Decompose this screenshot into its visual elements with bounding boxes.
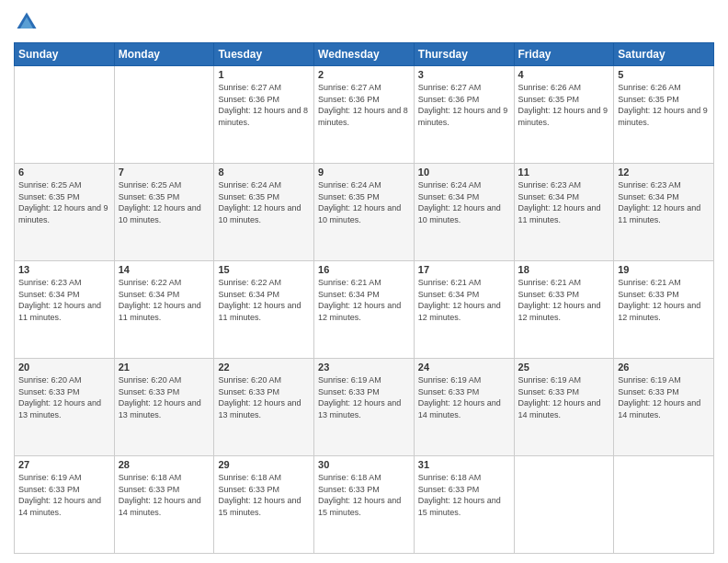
calendar-cell: 5Sunrise: 6:26 AM Sunset: 6:35 PM Daylig… (614, 66, 714, 164)
calendar-cell: 1Sunrise: 6:27 AM Sunset: 6:36 PM Daylig… (214, 66, 314, 164)
calendar-cell: 26Sunrise: 6:19 AM Sunset: 6:33 PM Dayli… (614, 359, 714, 456)
weekday-header: Monday (114, 43, 214, 66)
day-number: 17 (418, 264, 510, 275)
day-info: Sunrise: 6:18 AM Sunset: 6:33 PM Dayligh… (218, 472, 310, 518)
calendar-cell: 17Sunrise: 6:21 AM Sunset: 6:34 PM Dayli… (414, 261, 514, 359)
weekday-header: Sunday (15, 43, 115, 66)
day-number: 23 (318, 362, 410, 373)
day-number: 2 (318, 69, 410, 80)
day-number: 19 (618, 264, 710, 275)
day-number: 8 (218, 167, 310, 178)
calendar-week: 27Sunrise: 6:19 AM Sunset: 6:33 PM Dayli… (15, 456, 714, 554)
day-info: Sunrise: 6:27 AM Sunset: 6:36 PM Dayligh… (218, 82, 310, 128)
calendar-cell: 8Sunrise: 6:24 AM Sunset: 6:35 PM Daylig… (214, 164, 314, 261)
calendar-cell (514, 456, 614, 554)
day-info: Sunrise: 6:24 AM Sunset: 6:35 PM Dayligh… (318, 179, 410, 225)
calendar-cell (614, 456, 714, 554)
day-number: 14 (119, 264, 210, 275)
day-number: 18 (518, 264, 610, 275)
day-number: 11 (518, 167, 610, 178)
day-number: 4 (518, 69, 610, 80)
day-info: Sunrise: 6:19 AM Sunset: 6:33 PM Dayligh… (518, 374, 610, 420)
day-info: Sunrise: 6:21 AM Sunset: 6:33 PM Dayligh… (518, 277, 610, 323)
page: SundayMondayTuesdayWednesdayThursdayFrid… (0, 0, 728, 563)
day-info: Sunrise: 6:19 AM Sunset: 6:33 PM Dayligh… (618, 374, 710, 420)
day-number: 9 (318, 167, 410, 178)
day-info: Sunrise: 6:23 AM Sunset: 6:34 PM Dayligh… (518, 179, 610, 225)
day-number: 7 (119, 167, 210, 178)
calendar-cell: 16Sunrise: 6:21 AM Sunset: 6:34 PM Dayli… (314, 261, 415, 359)
day-info: Sunrise: 6:24 AM Sunset: 6:35 PM Dayligh… (218, 179, 310, 225)
header (14, 9, 714, 35)
day-info: Sunrise: 6:23 AM Sunset: 6:34 PM Dayligh… (18, 277, 110, 323)
day-info: Sunrise: 6:19 AM Sunset: 6:33 PM Dayligh… (318, 374, 410, 420)
day-number: 27 (18, 459, 110, 470)
calendar-cell: 23Sunrise: 6:19 AM Sunset: 6:33 PM Dayli… (314, 359, 415, 456)
calendar-cell: 31Sunrise: 6:18 AM Sunset: 6:33 PM Dayli… (414, 456, 514, 554)
day-info: Sunrise: 6:20 AM Sunset: 6:33 PM Dayligh… (18, 374, 110, 420)
day-info: Sunrise: 6:18 AM Sunset: 6:33 PM Dayligh… (119, 472, 210, 518)
calendar-header: SundayMondayTuesdayWednesdayThursdayFrid… (15, 43, 714, 66)
day-info: Sunrise: 6:20 AM Sunset: 6:33 PM Dayligh… (119, 374, 210, 420)
calendar-cell: 20Sunrise: 6:20 AM Sunset: 6:33 PM Dayli… (15, 359, 115, 456)
calendar-week: 20Sunrise: 6:20 AM Sunset: 6:33 PM Dayli… (15, 359, 714, 456)
calendar-cell: 30Sunrise: 6:18 AM Sunset: 6:33 PM Dayli… (314, 456, 415, 554)
day-info: Sunrise: 6:27 AM Sunset: 6:36 PM Dayligh… (318, 82, 410, 128)
calendar-cell: 14Sunrise: 6:22 AM Sunset: 6:34 PM Dayli… (114, 261, 214, 359)
weekday-header: Friday (514, 43, 614, 66)
calendar-cell: 9Sunrise: 6:24 AM Sunset: 6:35 PM Daylig… (314, 164, 415, 261)
day-info: Sunrise: 6:23 AM Sunset: 6:34 PM Dayligh… (618, 179, 710, 225)
day-info: Sunrise: 6:21 AM Sunset: 6:34 PM Dayligh… (418, 277, 510, 323)
day-info: Sunrise: 6:19 AM Sunset: 6:33 PM Dayligh… (18, 472, 110, 518)
logo (14, 9, 41, 35)
day-info: Sunrise: 6:26 AM Sunset: 6:35 PM Dayligh… (518, 82, 610, 128)
day-number: 6 (18, 167, 110, 178)
weekday-row: SundayMondayTuesdayWednesdayThursdayFrid… (15, 43, 714, 66)
day-number: 25 (518, 362, 610, 373)
weekday-header: Wednesday (314, 43, 415, 66)
day-info: Sunrise: 6:22 AM Sunset: 6:34 PM Dayligh… (119, 277, 210, 323)
day-number: 13 (18, 264, 110, 275)
day-info: Sunrise: 6:22 AM Sunset: 6:34 PM Dayligh… (218, 277, 310, 323)
day-number: 21 (119, 362, 210, 373)
calendar-cell: 13Sunrise: 6:23 AM Sunset: 6:34 PM Dayli… (15, 261, 115, 359)
day-number: 3 (418, 69, 510, 80)
day-number: 5 (618, 69, 710, 80)
day-info: Sunrise: 6:21 AM Sunset: 6:34 PM Dayligh… (318, 277, 410, 323)
day-number: 15 (218, 264, 310, 275)
day-number: 24 (418, 362, 510, 373)
day-number: 1 (218, 69, 310, 80)
calendar-cell: 29Sunrise: 6:18 AM Sunset: 6:33 PM Dayli… (214, 456, 314, 554)
calendar-week: 13Sunrise: 6:23 AM Sunset: 6:34 PM Dayli… (15, 261, 714, 359)
calendar-cell: 11Sunrise: 6:23 AM Sunset: 6:34 PM Dayli… (514, 164, 614, 261)
day-info: Sunrise: 6:21 AM Sunset: 6:33 PM Dayligh… (618, 277, 710, 323)
calendar-cell: 7Sunrise: 6:25 AM Sunset: 6:35 PM Daylig… (114, 164, 214, 261)
calendar-cell: 15Sunrise: 6:22 AM Sunset: 6:34 PM Dayli… (214, 261, 314, 359)
logo-icon (14, 9, 40, 35)
weekday-header: Tuesday (214, 43, 314, 66)
day-number: 26 (618, 362, 710, 373)
calendar-cell: 6Sunrise: 6:25 AM Sunset: 6:35 PM Daylig… (15, 164, 115, 261)
day-number: 30 (318, 459, 410, 470)
calendar-cell (15, 66, 115, 164)
calendar-cell: 18Sunrise: 6:21 AM Sunset: 6:33 PM Dayli… (514, 261, 614, 359)
calendar-cell: 19Sunrise: 6:21 AM Sunset: 6:33 PM Dayli… (614, 261, 714, 359)
day-number: 20 (18, 362, 110, 373)
day-number: 12 (618, 167, 710, 178)
calendar-cell: 12Sunrise: 6:23 AM Sunset: 6:34 PM Dayli… (614, 164, 714, 261)
calendar-cell: 2Sunrise: 6:27 AM Sunset: 6:36 PM Daylig… (314, 66, 415, 164)
day-info: Sunrise: 6:24 AM Sunset: 6:34 PM Dayligh… (418, 179, 510, 225)
calendar-week: 1Sunrise: 6:27 AM Sunset: 6:36 PM Daylig… (15, 66, 714, 164)
day-number: 31 (418, 459, 510, 470)
weekday-header: Saturday (614, 43, 714, 66)
day-info: Sunrise: 6:25 AM Sunset: 6:35 PM Dayligh… (18, 179, 110, 225)
day-info: Sunrise: 6:25 AM Sunset: 6:35 PM Dayligh… (119, 179, 210, 225)
calendar-cell: 28Sunrise: 6:18 AM Sunset: 6:33 PM Dayli… (114, 456, 214, 554)
calendar-cell: 21Sunrise: 6:20 AM Sunset: 6:33 PM Dayli… (114, 359, 214, 456)
weekday-header: Thursday (414, 43, 514, 66)
calendar: SundayMondayTuesdayWednesdayThursdayFrid… (14, 42, 714, 554)
day-info: Sunrise: 6:18 AM Sunset: 6:33 PM Dayligh… (318, 472, 410, 518)
day-info: Sunrise: 6:19 AM Sunset: 6:33 PM Dayligh… (418, 374, 510, 420)
calendar-cell: 4Sunrise: 6:26 AM Sunset: 6:35 PM Daylig… (514, 66, 614, 164)
calendar-week: 6Sunrise: 6:25 AM Sunset: 6:35 PM Daylig… (15, 164, 714, 261)
